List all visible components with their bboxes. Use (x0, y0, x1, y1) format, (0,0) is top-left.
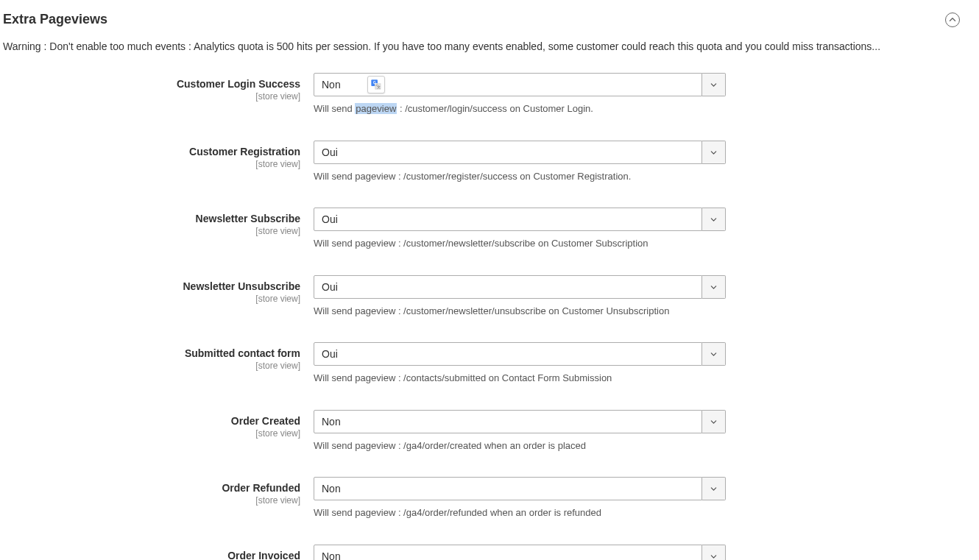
field-row-order_created: Order Created[store view]Non Will send p… (3, 410, 964, 453)
field-label: Submitted contact form (3, 347, 300, 360)
field-note: Will send pageview : /customer/newslette… (314, 305, 726, 318)
field-label-col: Submitted contact form[store view] (3, 342, 314, 371)
select-order_invoiced[interactable]: Non (314, 545, 726, 560)
field-input-col: Non Will send pageview : /ga4/order/refu… (314, 477, 726, 520)
collapse-toggle[interactable] (945, 13, 960, 27)
field-note: Will send pageview : /contacts/submitted… (314, 372, 726, 385)
field-label: Customer Registration (3, 145, 300, 158)
field-label-col: Order Created[store view] (3, 410, 314, 439)
field-label: Order Created (3, 414, 300, 428)
select-order_refunded[interactable]: Non (314, 477, 726, 500)
field-label: Customer Login Success (3, 77, 300, 91)
select-dropdown-button[interactable] (702, 545, 726, 560)
chevron-down-icon (710, 213, 717, 225)
field-label: Order Refunded (3, 481, 300, 495)
select-value[interactable]: Non (314, 410, 702, 433)
extra-pageviews-section: Extra Pageviews Warning : Don't enable t… (0, 0, 979, 560)
field-input-col: Oui Will send pageview : /customer/regis… (314, 141, 726, 183)
field-note: Will send pageview : /customer/login/suc… (314, 102, 726, 116)
note-text: : /customer/login/success on Customer Lo… (397, 103, 593, 114)
select-dropdown-button[interactable] (702, 477, 726, 500)
field-label-col: Newsletter Subscribe[store view] (3, 208, 314, 236)
select-value[interactable]: Oui (314, 342, 702, 366)
field-label-col: Customer Login Success[store view] (3, 73, 314, 102)
chevron-up-icon (949, 16, 956, 24)
field-input-col: Non Will send pageview : /ga4/order/invo… (314, 545, 726, 560)
field-input-col: Non Will send pageview : /ga4/order/crea… (314, 410, 726, 453)
section-header: Extra Pageviews (3, 7, 964, 40)
select-dropdown-button[interactable] (702, 410, 726, 433)
select-value[interactable]: Oui (314, 275, 702, 299)
field-label: Order Invoiced (3, 549, 300, 560)
google-translate-icon[interactable]: G 文 (367, 76, 385, 93)
select-order_created[interactable]: Non (314, 410, 726, 433)
select-dropdown-button[interactable] (702, 208, 726, 231)
field-note: Will send pageview : /customer/register/… (314, 170, 726, 183)
svg-text:文: 文 (377, 85, 381, 89)
field-row-newsletter_subscribe: Newsletter Subscribe[store view]Oui Will… (3, 208, 964, 250)
field-note: Will send pageview : /ga4/order/created … (314, 439, 726, 453)
field-scope: [store view] (3, 294, 300, 304)
field-input-col: Oui Will send pageview : /contacts/submi… (314, 342, 726, 385)
field-input-col: Non G 文 Will send pageview : /customer/l… (314, 73, 726, 116)
field-note: Will send pageview : /customer/newslette… (314, 237, 726, 250)
field-label-col: Customer Registration[store view] (3, 141, 314, 169)
select-customer_registration[interactable]: Oui (314, 141, 726, 164)
field-scope: [store view] (3, 495, 300, 506)
select-dropdown-button[interactable] (702, 275, 726, 299)
chevron-down-icon (710, 281, 717, 293)
field-row-customer_login: Customer Login Success[store view]Non G … (3, 73, 964, 116)
fields-container: Customer Login Success[store view]Non G … (3, 73, 964, 560)
field-label: Newsletter Unsubscribe (3, 280, 300, 293)
field-note: Will send pageview : /ga4/order/refunded… (314, 506, 726, 520)
field-row-newsletter_unsubscribe: Newsletter Unsubscribe[store view]Oui Wi… (3, 275, 964, 318)
field-scope: [store view] (3, 428, 300, 439)
field-row-submitted_contact: Submitted contact form[store view]Oui Wi… (3, 342, 964, 385)
chevron-down-icon (710, 79, 717, 91)
select-value[interactable]: Non (314, 477, 702, 500)
select-dropdown-button[interactable] (702, 342, 726, 366)
select-dropdown-button[interactable] (702, 73, 726, 96)
field-scope: [store view] (3, 361, 300, 371)
field-scope: [store view] (3, 159, 300, 169)
chevron-down-icon (710, 348, 717, 360)
select-value[interactable]: Oui (314, 141, 702, 164)
field-input-col: Oui Will send pageview : /customer/newsl… (314, 275, 726, 318)
note-text: Will send (314, 103, 355, 114)
note-highlight: pageview (355, 103, 397, 114)
chevron-down-icon (710, 146, 717, 158)
select-newsletter_unsubscribe[interactable]: Oui (314, 275, 726, 299)
field-row-order_refunded: Order Refunded[store view]Non Will send … (3, 477, 964, 520)
chevron-down-icon (710, 550, 717, 560)
field-input-col: Oui Will send pageview : /customer/newsl… (314, 208, 726, 250)
select-value[interactable]: Oui (314, 208, 702, 231)
chevron-down-icon (710, 483, 717, 495)
warning-text: Warning : Don't enable too much events :… (3, 40, 964, 73)
field-scope: [store view] (3, 226, 300, 236)
field-label-col: Order Invoiced[store view] (3, 545, 314, 560)
svg-text:G: G (373, 81, 376, 85)
field-label-col: Order Refunded[store view] (3, 477, 314, 506)
select-value[interactable]: Non (314, 545, 702, 560)
select-submitted_contact[interactable]: Oui (314, 342, 726, 366)
field-scope: [store view] (3, 91, 300, 102)
select-newsletter_subscribe[interactable]: Oui (314, 208, 726, 231)
select-dropdown-button[interactable] (702, 141, 726, 164)
field-row-customer_registration: Customer Registration[store view]Oui Wil… (3, 141, 964, 183)
section-title: Extra Pageviews (3, 12, 107, 27)
chevron-down-icon (710, 416, 717, 428)
field-label: Newsletter Subscribe (3, 212, 300, 225)
field-label-col: Newsletter Unsubscribe[store view] (3, 275, 314, 304)
field-row-order_invoiced: Order Invoiced[store view]Non Will send … (3, 545, 964, 560)
